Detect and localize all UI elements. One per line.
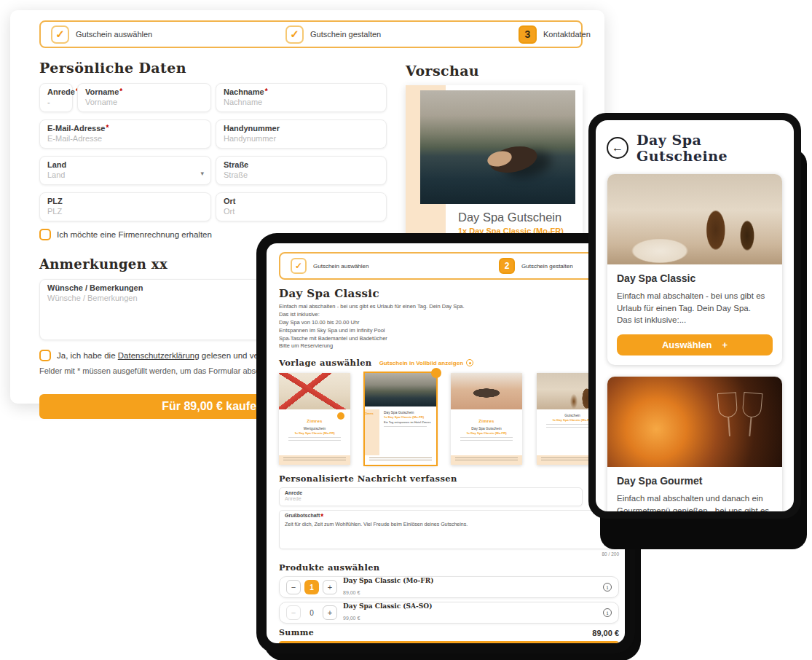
voucher-list-screen: ← Day Spa Gutscheine Day Spa Classic Ein… (596, 120, 794, 511)
product-name: Day Spa Classic (SA-SO) (343, 602, 603, 610)
quantity-minus-button[interactable]: − (286, 605, 301, 620)
description-line: Entspannen im Sky Spa und im Infinity Po… (279, 327, 619, 335)
field-label: Vorname (85, 87, 119, 96)
info-icon[interactable]: i (603, 608, 612, 617)
required-marker: * (106, 124, 109, 132)
field-placeholder: E-Mail-Adresse (47, 134, 203, 143)
field-label: Anrede (285, 490, 577, 495)
brand-logo: Zimres (307, 419, 322, 423)
quantity-plus-button[interactable]: + (323, 580, 337, 594)
back-button[interactable]: ← (607, 137, 628, 159)
description-line: Das ist inklusive:... (617, 314, 773, 326)
land-select[interactable]: Land Land ▾ (39, 156, 211, 185)
step-gutschein-auswaehlen[interactable]: ✓ Gutschein auswählen (51, 22, 152, 47)
field-label: Wünsche / Bemerkungen (47, 283, 143, 292)
resize-handle[interactable] (611, 541, 616, 546)
design-step-screen: ✓ Gutschein auswählen 2 Gutschein gestal… (267, 243, 625, 643)
product-row: − 0 + Day Spa Classic (SA-SO) 99,00 € i (279, 602, 619, 624)
step-gutschein-gestalten[interactable]: 2 Gutschein gestalten (499, 254, 573, 278)
template-option-pool-selected[interactable]: Day Spa Gutschein 1x Day Spa Classic (Mo… (365, 373, 436, 465)
description-line: Einfach mal abschalten und danach ein (617, 492, 773, 505)
description-line: Spa-Tasche mit Bademantel und Badetücher (279, 335, 619, 343)
field-label: Handynummer (224, 124, 280, 133)
description-line: Day Spa von 10.00 bis 20.00 Uhr (279, 319, 619, 327)
quantity-minus-button[interactable]: − (286, 580, 301, 594)
description-line: Bitte um Reservierung (279, 342, 619, 350)
quantity-plus-button[interactable]: + (323, 605, 337, 620)
product-price: 99,00 € (343, 616, 360, 621)
template-subtitle: 1x Day Spa Classic (Mo-FR) (283, 431, 347, 435)
quantity-value: 1 (304, 580, 319, 594)
description-line: Einfach mal abschalten - bei uns gibt es… (279, 303, 619, 311)
plz-field[interactable]: PLZ PLZ (39, 192, 211, 221)
voucher-accent-strip: Zimres (365, 409, 379, 455)
template-option-wertgutschein[interactable]: Zimres Wertgutschein 1x Day Spa Classic … (279, 373, 350, 465)
anrede-message-field[interactable]: Anrede Anrede (279, 487, 583, 506)
field-label: Anrede (47, 87, 75, 96)
field-placeholder: Land (47, 170, 203, 179)
field-label: Land (47, 160, 66, 169)
step-gutschein-auswaehlen[interactable]: ✓ Gutschein auswählen (291, 254, 369, 278)
step-number-badge: 2 (499, 258, 515, 274)
product-name: Day Spa Classic (Mo-FR) (343, 577, 603, 584)
voucher-photo (420, 90, 575, 204)
template-subtitle: 1x Day Spa Classic (Mo-FR) (454, 431, 519, 435)
chevron-down-icon: ▾ (200, 170, 204, 177)
description-line: Das ist inklusive: (279, 311, 619, 319)
check-icon: ✓ (55, 28, 65, 41)
template-option-massage[interactable]: Zimres Day Spa Gutschein 1x Day Spa Clas… (451, 373, 522, 465)
info-icon[interactable]: i (603, 583, 612, 592)
handynummer-field[interactable]: Handynummer Handynummer (216, 119, 387, 149)
field-placeholder: Nachname (224, 98, 379, 106)
firmenrechnung-checkbox[interactable] (39, 229, 51, 240)
description-line: Urlaub für einen Tag. Dein Day Spa. (617, 302, 773, 315)
ort-field[interactable]: Ort Ort (216, 192, 387, 221)
fullscreen-link[interactable]: Gutschein in Vollbild anzeigen (379, 359, 473, 366)
brand-badge (337, 412, 344, 420)
grussbotschaft-textarea[interactable]: Grußbotschaft* Zeit für dich, Zeit zum W… (279, 510, 619, 549)
stepper-bar: ✓ Gutschein auswählen ✓ Gutschein gestal… (39, 20, 583, 48)
step-label: Gutschein auswählen (313, 263, 369, 270)
eye-icon (466, 359, 473, 366)
field-value: - (47, 98, 65, 106)
produkte-title: Produkte auswählen (279, 562, 619, 573)
field-value: Zeit für dich, Zeit zum Wohlfühlen. Viel… (285, 522, 613, 527)
step-label: Gutschein gestalten (310, 30, 381, 39)
vorname-field[interactable]: Vorname* Vorname (77, 83, 211, 112)
field-label: Nachname (224, 87, 264, 96)
list-title: Day Spa Gutscheine (636, 132, 783, 164)
product-row: − 1 + Day Spa Classic (Mo-FR) 89,00 € i (279, 576, 619, 598)
summe-value: 89,00 € (592, 629, 619, 637)
step-done-checkbox: ✓ (285, 25, 304, 44)
step-done-checkbox: ✓ (51, 25, 69, 44)
anrede-field[interactable]: Anrede* - (39, 83, 73, 112)
field-label: Grußbotschaft (285, 513, 320, 518)
strasse-field[interactable]: Straße Straße (216, 156, 387, 185)
field-placeholder: Straße (224, 170, 379, 179)
description-line: Einfach mal abschalten - bei uns gibt es (617, 290, 773, 302)
template-title: Day Spa Gutschein (454, 427, 519, 431)
selected-indicator-dot (431, 368, 441, 378)
next-step-button[interactable]: Weiter zu Kontaktdaten (279, 641, 619, 643)
plus-icon: + (722, 339, 728, 350)
nachname-field[interactable]: Nachname* Nachname (216, 83, 387, 112)
template-footer (451, 455, 522, 465)
datenschutz-link[interactable]: Datenschutzerklärung (118, 351, 200, 360)
step-gutschein-gestalten[interactable]: ✓ Gutschein gestalten (285, 22, 381, 47)
template-footer (279, 455, 350, 465)
check-icon: ✓ (295, 261, 302, 271)
description-line: Gourmetmenü genießen - bei uns gibt es (617, 505, 773, 511)
email-field[interactable]: E-Mail-Adresse* E-Mail-Adresse (39, 119, 211, 149)
product-title: Day Spa Classic (279, 287, 619, 300)
privacy-checkbox[interactable] (39, 350, 51, 361)
template-title: Day Spa Gutschein (384, 411, 433, 415)
offer-description: Einfach mal abschalten und danach ein Go… (617, 492, 773, 511)
step-kontaktdaten[interactable]: 3 Kontaktdaten (519, 22, 591, 47)
back-arrow-icon: ← (612, 141, 623, 154)
offer-image-fireplace (607, 377, 782, 467)
template-note: Ein Tag entspannen im Hotel Zimres (384, 420, 433, 424)
field-placeholder: Ort (224, 207, 379, 216)
checkbox-label: Ich möchte eine Firmenrechnung erhalten (57, 230, 212, 239)
field-label: Straße (224, 160, 248, 169)
auswaehlen-button[interactable]: Auswählen + (617, 334, 773, 355)
